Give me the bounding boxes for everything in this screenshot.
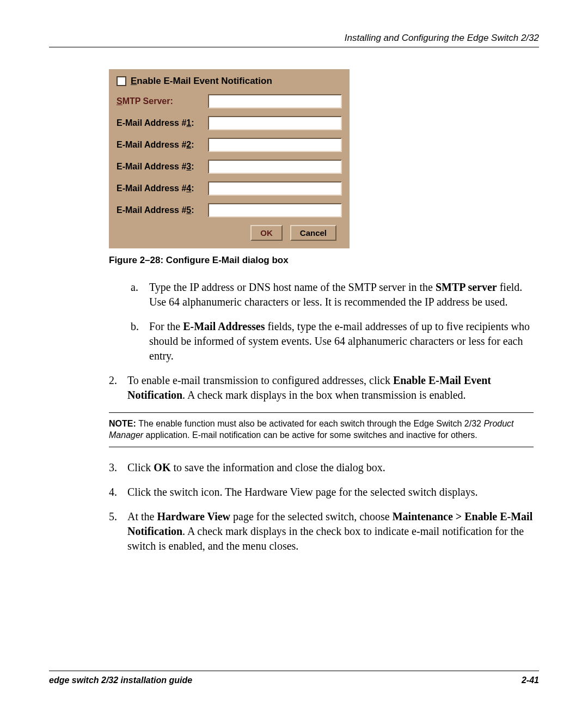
email-address-3-label: E-Mail Address #3:: [117, 162, 208, 172]
email-address-5-label: E-Mail Address #5:: [117, 205, 208, 215]
step-a-marker: a.: [131, 280, 149, 309]
email-address-5-input[interactable]: [208, 203, 342, 217]
smtp-server-label: SMTP Server:: [117, 96, 208, 106]
step-5-marker: 5.: [109, 509, 127, 553]
email-address-2-label: E-Mail Address #2:: [117, 140, 208, 150]
email-address-4-input[interactable]: [208, 181, 342, 196]
enable-email-checkbox[interactable]: [117, 76, 126, 86]
step-2: 2. To enable e-mail transmission to conf…: [109, 373, 534, 403]
email-address-3-input[interactable]: [208, 160, 342, 174]
step-5-text: At the Hardware View page for the select…: [127, 509, 534, 553]
note-block: NOTE: The enable function must also be a…: [109, 412, 534, 447]
email-address-1-input[interactable]: [208, 116, 342, 130]
step-b: b. For the E-Mail Addresses fields, type…: [131, 319, 534, 363]
step-4-marker: 4.: [109, 485, 127, 500]
smtp-server-input[interactable]: [208, 94, 342, 108]
step-4: 4. Click the switch icon. The Hardware V…: [109, 485, 534, 500]
email-address-2-input[interactable]: [208, 138, 342, 152]
ok-button[interactable]: OK: [250, 225, 283, 241]
enable-email-label: Enable E-Mail Event Notification: [131, 76, 272, 87]
step-b-text: For the E-Mail Addresses fields, type th…: [149, 319, 534, 363]
step-a: a. Type the IP address or DNS host name …: [131, 280, 534, 309]
footer-page-number: 2-41: [522, 675, 539, 685]
email-config-dialog: Enable E-Mail Event Notification SMTP Se…: [109, 69, 350, 248]
page-header: Installing and Configuring the Edge Swit…: [49, 33, 539, 47]
step-5: 5. At the Hardware View page for the sel…: [109, 509, 534, 553]
step-2-marker: 2.: [109, 373, 127, 403]
footer-left: edge switch 2/32 installation guide: [49, 675, 192, 685]
email-address-4-label: E-Mail Address #4:: [117, 184, 208, 193]
email-address-1-label: E-Mail Address #1:: [117, 118, 208, 128]
step-3: 3. Click OK to save the information and …: [109, 460, 534, 475]
figure-caption: Figure 2–28: Configure E-Mail dialog box: [109, 255, 539, 266]
step-3-marker: 3.: [109, 460, 127, 475]
step-2-text: To enable e-mail transmission to configu…: [127, 373, 534, 403]
step-4-text: Click the switch icon. The Hardware View…: [127, 485, 477, 500]
step-a-text: Type the IP address or DNS host name of …: [149, 280, 534, 309]
step-3-text: Click OK to save the information and clo…: [127, 460, 385, 475]
step-b-marker: b.: [131, 319, 149, 363]
cancel-button[interactable]: Cancel: [290, 225, 336, 241]
